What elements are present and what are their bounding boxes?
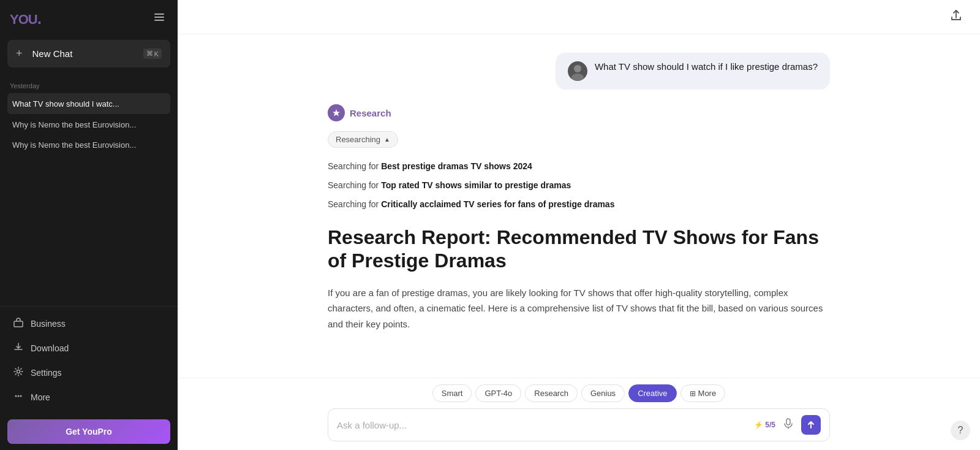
user-message: What TV show should I watch if I like pr…: [556, 53, 830, 90]
ai-label: Research: [328, 104, 830, 121]
svg-rect-3: [14, 321, 23, 327]
researching-pill[interactable]: Researching ▲: [328, 131, 398, 148]
history-item-text-0: What TV show should I watc...: [12, 99, 157, 109]
more-icon: [12, 391, 24, 403]
input-right: ⚡ 5/5: [754, 415, 821, 435]
history-item-text-2: Why is Nemo the best Eurovision...: [12, 140, 165, 150]
business-label: Business: [31, 319, 66, 329]
help-button[interactable]: ?: [951, 421, 970, 440]
ai-response: Research Researching ▲ Searching for Bes…: [328, 104, 830, 332]
search-query-1: Searching for Top rated TV shows similar…: [328, 179, 830, 192]
logo-text: YOU: [10, 12, 37, 27]
help-icon: ?: [958, 425, 963, 436]
chevron-up-icon: ▲: [384, 136, 390, 143]
report-title: Research Report: Recommended TV Shows fo…: [328, 226, 830, 273]
svg-point-6: [18, 395, 20, 397]
tab-genius[interactable]: Genius: [581, 384, 625, 402]
search-query-2: Searching for Critically acclaimed TV se…: [328, 198, 830, 211]
svg-rect-0: [154, 13, 164, 15]
svg-rect-2: [154, 20, 164, 21]
researching-label: Researching: [336, 135, 380, 144]
svg-point-9: [571, 74, 584, 81]
sidebar-footer: Business Download Settings More: [0, 306, 178, 414]
user-message-wrap: What TV show should I watch if I like pr…: [328, 53, 830, 90]
svg-rect-10: [786, 419, 790, 425]
mic-button[interactable]: [782, 417, 795, 433]
more-label: More: [31, 392, 50, 402]
download-icon: [12, 342, 24, 354]
tab-research[interactable]: Research: [525, 384, 578, 402]
logo-dot: .: [37, 9, 41, 28]
sidebar-footer-settings[interactable]: Settings: [7, 360, 170, 385]
svg-rect-1: [154, 17, 164, 18]
ai-name: Research: [350, 108, 391, 118]
grid-icon: ⊞: [690, 389, 696, 398]
business-icon: [12, 318, 24, 330]
sidebar-footer-more[interactable]: More: [7, 385, 170, 410]
history-item-0[interactable]: What TV show should I watc... ···: [7, 93, 170, 114]
chat-container: What TV show should I watch if I like pr…: [315, 53, 842, 344]
download-label: Download: [31, 343, 69, 353]
chat-area: What TV show should I watch if I like pr…: [178, 34, 980, 378]
mode-tabs: Smart GPT-4o Research Genius Creative ⊞ …: [432, 384, 725, 402]
settings-icon: [12, 367, 24, 379]
chat-history: Yesterday What TV show should I watc... …: [0, 75, 178, 306]
tab-more[interactable]: ⊞ More: [680, 384, 726, 402]
share-button[interactable]: [944, 6, 968, 28]
report-intro: If you are a fan of prestige dramas, you…: [328, 285, 830, 332]
main-header: [178, 0, 980, 34]
bolt-icon: ⚡: [754, 421, 763, 429]
ai-icon: [328, 104, 345, 121]
tab-creative[interactable]: Creative: [628, 384, 676, 402]
main-content: What TV show should I watch if I like pr…: [178, 0, 980, 450]
new-chat-button[interactable]: + New Chat ⌘ K: [7, 40, 170, 67]
get-pro-button[interactable]: Get YouPro: [7, 419, 170, 444]
send-button[interactable]: [801, 415, 821, 435]
input-badge: ⚡ 5/5: [754, 421, 775, 429]
sidebar-footer-business[interactable]: Business: [7, 311, 170, 336]
search-query-0: Searching for Best prestige dramas TV sh…: [328, 160, 830, 173]
history-section-label: Yesterday: [10, 82, 168, 90]
tab-gpt4o[interactable]: GPT-4o: [475, 384, 521, 402]
settings-label: Settings: [31, 368, 62, 378]
chat-input[interactable]: [337, 420, 754, 430]
history-item-text-1: Why is Nemo the best Eurovision...: [12, 120, 165, 129]
new-chat-shortcut: ⌘ K: [143, 48, 162, 59]
input-area: Smart GPT-4o Research Genius Creative ⊞ …: [178, 378, 980, 450]
svg-point-5: [15, 395, 17, 397]
plus-icon: +: [16, 47, 23, 60]
svg-point-7: [20, 395, 22, 397]
svg-point-8: [574, 65, 581, 72]
sidebar-footer-download[interactable]: Download: [7, 336, 170, 360]
new-chat-label: New Chat: [32, 48, 73, 59]
svg-point-4: [17, 370, 20, 373]
avatar: [568, 61, 587, 81]
user-query-text: What TV show should I watch if I like pr…: [595, 61, 818, 72]
logo: YOU.: [10, 9, 41, 28]
tab-smart[interactable]: Smart: [432, 384, 472, 402]
history-item-1[interactable]: Why is Nemo the best Eurovision...: [7, 115, 170, 134]
toggle-sidebar-button[interactable]: [151, 9, 168, 29]
chat-input-wrap: ⚡ 5/5: [328, 408, 830, 441]
search-queries: Searching for Best prestige dramas TV sh…: [328, 160, 830, 211]
sidebar-header: YOU.: [0, 0, 178, 37]
badge-text: 5/5: [765, 421, 775, 429]
history-item-2[interactable]: Why is Nemo the best Eurovision...: [7, 135, 170, 154]
sidebar: YOU. + New Chat ⌘ K Yesterday What TV sh…: [0, 0, 178, 450]
